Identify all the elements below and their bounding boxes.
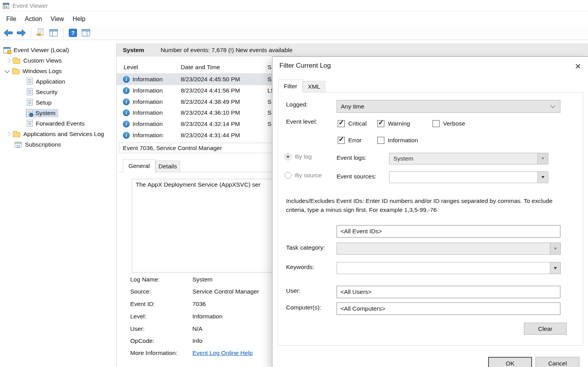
information-icon bbox=[123, 87, 130, 94]
warning-checkbox[interactable] bbox=[377, 120, 384, 127]
user-label: User: bbox=[286, 287, 300, 294]
critical-checkbox-row: Critical bbox=[338, 120, 366, 127]
menu-file[interactable]: File bbox=[2, 13, 21, 25]
event-description-text: The AppX Deployment Service (AppXSVC) se… bbox=[136, 181, 260, 188]
tree-item-subscriptions[interactable]: Subscriptions bbox=[0, 139, 116, 150]
verbose-checkbox[interactable] bbox=[433, 120, 440, 127]
task-category-label: Task category: bbox=[286, 244, 325, 251]
event-sources-label: Event sources: bbox=[337, 173, 377, 180]
folder-icon bbox=[12, 69, 19, 74]
help-button[interactable]: ? bbox=[66, 27, 79, 38]
tab-xml[interactable]: XML bbox=[303, 81, 325, 92]
chevron-down-icon[interactable] bbox=[5, 68, 10, 73]
chevron-right-icon[interactable] bbox=[5, 58, 10, 63]
tab-filter[interactable]: Filter bbox=[278, 79, 303, 93]
by-source-radio[interactable] bbox=[284, 172, 291, 179]
menu-help[interactable]: Help bbox=[68, 13, 90, 25]
tree-item-forwarded-events[interactable]: Forwarded Events bbox=[0, 118, 116, 129]
tree-item-system[interactable]: System bbox=[0, 108, 116, 118]
verbose-checkbox-row: Verbose bbox=[433, 120, 465, 127]
cancel-button[interactable]: Cancel bbox=[536, 357, 579, 367]
show-action-pane-button[interactable] bbox=[79, 27, 92, 38]
event-log-online-help-link[interactable]: Event Log Online Help bbox=[192, 350, 253, 357]
dropdown-arrow-icon bbox=[554, 248, 557, 250]
error-checkbox[interactable] bbox=[338, 137, 345, 144]
tree-selection: System bbox=[26, 109, 58, 117]
dropdown-button[interactable] bbox=[537, 172, 548, 183]
event-source: S bbox=[267, 98, 271, 105]
detail-field: Level: Information bbox=[130, 313, 223, 320]
console-tree: Event Viewer (Local) Custom Views Window… bbox=[0, 43, 117, 367]
field-value: 7036 bbox=[192, 301, 206, 308]
help-icon: ? bbox=[69, 29, 77, 37]
column-source[interactable]: S bbox=[267, 64, 271, 71]
computers-input[interactable] bbox=[337, 302, 560, 315]
close-icon[interactable] bbox=[572, 60, 584, 72]
event-ids-input[interactable] bbox=[337, 225, 560, 238]
tree-item-label: Setup bbox=[36, 99, 52, 106]
task-category-dropdown[interactable] bbox=[337, 243, 561, 255]
tree-item-label: Event Viewer (Local) bbox=[14, 47, 69, 54]
error-label: Error bbox=[348, 137, 361, 144]
computers-label: Computer(s): bbox=[286, 304, 321, 311]
detail-field: More Information: Event Log Online Help bbox=[130, 350, 253, 357]
tree-item-custom-views[interactable]: Custom Views bbox=[0, 55, 116, 66]
column-level[interactable]: Level bbox=[124, 64, 138, 71]
tree-item-security[interactable]: Security bbox=[0, 87, 116, 97]
tab-details[interactable]: Details bbox=[155, 161, 180, 172]
log-icon bbox=[26, 109, 32, 116]
chevron-right-icon[interactable] bbox=[5, 131, 10, 136]
event-datetime: 8/23/2024 4:36:10 PM bbox=[181, 109, 267, 116]
console-tree-icon bbox=[49, 29, 58, 37]
tab-general[interactable]: General bbox=[123, 159, 155, 172]
dropdown-button[interactable] bbox=[550, 243, 560, 254]
tree-item-event-viewer-local[interactable]: Event Viewer (Local) bbox=[0, 45, 116, 55]
information-checkbox[interactable] bbox=[377, 137, 384, 144]
logged-dropdown[interactable]: Any time bbox=[337, 100, 560, 113]
forward-button[interactable] bbox=[15, 27, 28, 38]
dropdown-button[interactable] bbox=[537, 153, 548, 164]
back-button[interactable] bbox=[2, 27, 15, 38]
tree-item-windows-logs[interactable]: Windows Logs bbox=[0, 66, 116, 76]
column-divider[interactable] bbox=[266, 63, 267, 72]
keywords-dropdown[interactable] bbox=[337, 262, 561, 274]
menu-view[interactable]: View bbox=[46, 13, 68, 25]
tree-item-applications-services-logs[interactable]: Applications and Services Log bbox=[0, 129, 116, 139]
column-divider[interactable] bbox=[177, 63, 177, 72]
show-console-tree-button[interactable] bbox=[47, 27, 60, 38]
user-input[interactable] bbox=[337, 286, 560, 298]
critical-checkbox[interactable] bbox=[338, 120, 345, 127]
information-icon bbox=[123, 109, 130, 116]
by-log-radio[interactable] bbox=[284, 153, 291, 160]
field-label: Source: bbox=[130, 288, 192, 295]
event-level: Information bbox=[133, 121, 178, 128]
dropdown-arrow-icon bbox=[554, 267, 557, 269]
keywords-label: Keywords: bbox=[286, 264, 314, 271]
event-sources-dropdown[interactable] bbox=[389, 171, 548, 183]
open-saved-log-button[interactable] bbox=[34, 27, 47, 38]
dialog-title: Filter Current Log bbox=[279, 62, 331, 70]
menu-action[interactable]: Action bbox=[21, 13, 46, 25]
event-datetime: 8/23/2024 4:38:49 PM bbox=[181, 98, 267, 105]
toolbar-separator bbox=[63, 28, 63, 38]
field-label: User: bbox=[130, 325, 192, 332]
field-label: More Information: bbox=[130, 350, 192, 357]
ok-button[interactable]: OK bbox=[488, 357, 532, 367]
column-date-time[interactable]: Date and Time bbox=[181, 64, 220, 71]
by-source-radio-row: By source bbox=[284, 172, 322, 179]
action-pane-icon bbox=[82, 29, 90, 37]
event-viewer-icon bbox=[3, 47, 10, 53]
window-title: Event Viewer bbox=[12, 2, 48, 9]
event-logs-dropdown[interactable]: System bbox=[389, 153, 548, 164]
event-datetime: 8/23/2024 4:32:14 PM bbox=[181, 121, 267, 128]
dropdown-button[interactable] bbox=[550, 262, 560, 274]
log-icon bbox=[27, 120, 33, 127]
clear-button[interactable]: Clear bbox=[524, 323, 567, 335]
tree-item-setup[interactable]: Setup bbox=[0, 97, 116, 108]
by-log-radio-row: By log bbox=[284, 153, 312, 160]
field-value: System bbox=[192, 276, 213, 283]
event-level: Information bbox=[133, 87, 178, 94]
tree-item-application[interactable]: Application bbox=[0, 76, 116, 87]
tree-item-label: Subscriptions bbox=[25, 141, 61, 148]
tree-item-label: Applications and Services Log bbox=[23, 131, 104, 138]
